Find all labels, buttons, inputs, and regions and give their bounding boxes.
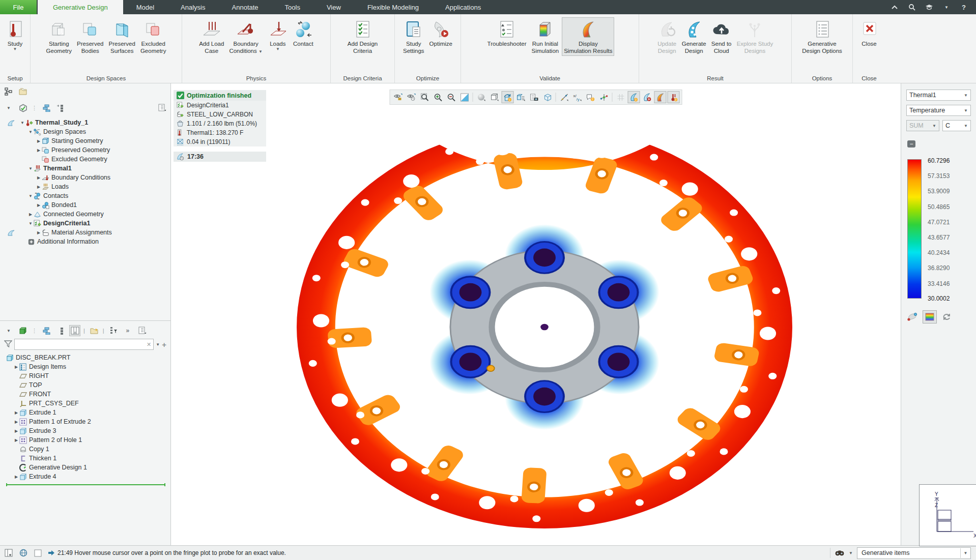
search-icon[interactable] — [908, 3, 916, 11]
tree-item-pattern-2[interactable]: ▶ Pattern 2 of Hole 1 — [1, 435, 170, 445]
tab-flexible-modeling[interactable]: Flexible Modeling — [354, 0, 432, 14]
expand-arrow-icon[interactable]: ▶ — [13, 365, 19, 369]
zoom-in-icon[interactable] — [432, 91, 444, 103]
tree-item-copy-1[interactable]: Copy 1 — [1, 445, 170, 454]
quantity-select[interactable]: Temperature▼ — [906, 105, 971, 116]
collapse-arrow-icon[interactable]: ▼ — [27, 221, 34, 226]
model-tree-tab-icon[interactable] — [3, 86, 14, 97]
probe-tool-button[interactable] — [905, 310, 920, 323]
annotations-display-icon[interactable]: 0 — [585, 91, 597, 103]
study-button[interactable]: Study ▼ — [4, 17, 26, 53]
tree-columns-icon[interactable] — [69, 325, 80, 336]
legend-display-button[interactable] — [923, 310, 937, 323]
tab-view[interactable]: View — [313, 0, 354, 14]
loads-dropdown-arrow[interactable]: ▼ — [276, 47, 280, 51]
display-simulation-results-button[interactable]: Display Simulation Results — [562, 17, 614, 56]
excluded-geometry-button[interactable]: Excluded Geometry — [138, 17, 168, 56]
tree-item-design-spaces[interactable]: ▼ Design Spaces — [1, 127, 170, 136]
tree-item-excluded-geometry[interactable]: Excluded Geometry — [1, 155, 170, 164]
visibility-history-icon[interactable] — [406, 91, 418, 103]
collapse-arrow-icon[interactable]: ▼ — [27, 130, 34, 134]
tree-item-additional-information[interactable]: Additional Information — [1, 237, 170, 246]
troubleshooter-button[interactable]: Troubleshooter — [485, 17, 529, 49]
expand-arrow-icon[interactable]: ▶ — [36, 230, 42, 235]
display-style-icon[interactable] — [489, 91, 501, 103]
add-load-case-button[interactable]: Add Load Case — [197, 17, 226, 56]
expand-arrow-icon[interactable]: ▶ — [13, 420, 19, 424]
tree-item-design-items[interactable]: ▶ Design Items — [1, 362, 170, 371]
expand-arrow-icon[interactable]: ▶ — [36, 148, 42, 153]
more-tools-icon[interactable]: » — [122, 325, 133, 336]
graphics-viewport[interactable]: 0 x//y 0 0 0 — [171, 83, 901, 545]
grid-toggle-icon[interactable] — [615, 91, 627, 103]
tree-insert-indicator[interactable] — [6, 484, 165, 485]
search-model-icon[interactable] — [835, 548, 845, 558]
tree-dropdown-arrow-icon[interactable]: ▼ — [3, 325, 14, 336]
tree-item-top-plane[interactable]: TOP — [1, 380, 170, 390]
tree-item-starting-geometry[interactable]: ▶ Starting Geometry — [1, 136, 170, 145]
probe-values-icon[interactable]: 0 — [668, 91, 680, 103]
run-initial-simulation-button[interactable]: Run Initial Simulation — [530, 17, 561, 56]
study-dropdown-arrow[interactable]: ▼ — [13, 47, 17, 51]
tree-item-designcriteria1[interactable]: ▼ DesignCriteria1 — [1, 219, 170, 228]
view-images-icon[interactable] — [528, 91, 540, 103]
refresh-study-icon[interactable] — [17, 102, 28, 113]
expand-arrow-icon[interactable]: ▶ — [27, 212, 34, 217]
tree-item-extrude-1[interactable]: ▶ Extrude 1 — [1, 408, 170, 417]
web-browser-icon[interactable] — [18, 548, 28, 558]
tab-tools[interactable]: Tools — [272, 0, 313, 14]
tree-item-thermal-study-1[interactable]: ▼ Thermal_Study_1 — [1, 118, 170, 127]
datum-tags-icon[interactable]: x//y — [571, 91, 584, 103]
collapse-tree-icon[interactable] — [55, 102, 66, 113]
tree-item-connected-geometry[interactable]: ▶ Connected Geometry — [1, 210, 170, 219]
search-dropdown-arrow-icon[interactable]: ▼ — [849, 551, 853, 555]
tree-dropdown-arrow-icon[interactable]: ▼ — [3, 102, 14, 113]
simulation-overlay-icon[interactable]: 0 — [628, 91, 640, 103]
expand-arrow-icon[interactable]: ▶ — [13, 438, 19, 443]
tree-item-loads[interactable]: ▶ Loads — [1, 182, 170, 191]
tree-item-bonded1[interactable]: ▶ Bonded1 — [1, 200, 170, 210]
tab-generative-design[interactable]: Generative Design — [38, 0, 123, 14]
panel-splitter[interactable] — [0, 320, 170, 321]
repaint-icon[interactable] — [458, 91, 471, 103]
contact-button[interactable]: Contact — [291, 17, 315, 49]
tree-settings-icon[interactable] — [136, 325, 148, 336]
named-views-icon[interactable] — [515, 91, 527, 103]
tree-item-thicken-1[interactable]: Thicken 1 — [1, 454, 170, 463]
tree-item-extrude-4[interactable]: ▶ Extrude 4 — [1, 472, 170, 481]
tree-item-thermal1[interactable]: ▼ Thermal1 — [1, 164, 170, 173]
collapse-arrow-icon[interactable]: ▼ — [27, 166, 34, 171]
refresh-results-button[interactable] — [940, 310, 954, 323]
tab-analysis[interactable]: Analysis — [167, 0, 218, 14]
tree-item-preserved-geometry[interactable]: ▶ Preserved Geometry — [1, 145, 170, 155]
expand-arrow-icon[interactable]: ▶ — [13, 429, 19, 433]
view-manager-icon[interactable] — [541, 91, 554, 103]
expand-arrow-icon[interactable]: ▶ — [13, 475, 19, 479]
tree-item-prt-csys-def[interactable]: PRT_CSYS_DEF — [1, 399, 170, 408]
tree-filter-input[interactable]: ✕ — [14, 339, 154, 350]
expand-arrow-icon[interactable]: ▶ — [36, 175, 42, 180]
chevron-down-icon[interactable]: ▼ — [942, 3, 951, 11]
study-select[interactable]: Thermal1▼ — [906, 90, 971, 101]
tree-item-generative-design-1[interactable]: Generative Design 1 — [1, 463, 170, 472]
generative-design-options-button[interactable]: Generative Design Options — [800, 17, 844, 56]
close-button[interactable]: Close — [858, 17, 880, 49]
command-locator-icon[interactable] — [925, 3, 933, 11]
study-settings-button[interactable]: Study Settings — [401, 17, 426, 56]
filter-dropdown-arrow-icon[interactable]: ▼ — [156, 342, 160, 347]
folder-browser-tab-icon[interactable] — [17, 86, 28, 97]
minimize-ribbon-icon[interactable] — [891, 3, 899, 11]
toggle-panel-icon[interactable] — [33, 548, 43, 558]
expand-arrow-icon[interactable]: ▶ — [36, 139, 42, 143]
boundary-conditions-dropdown-arrow[interactable]: ▼ — [259, 49, 263, 54]
loads-button[interactable]: Loads ▼ — [266, 17, 290, 53]
tree-item-root-part[interactable]: DISC_BREAK.PRT — [1, 353, 170, 362]
tree-item-material-assignments[interactable]: ▶ Material Assignments — [1, 228, 170, 237]
boundary-conditions-button[interactable]: Boundary Conditions ▼ — [227, 17, 264, 56]
expand-tree-icon[interactable] — [41, 102, 52, 113]
fringe-display-icon[interactable] — [654, 91, 667, 103]
tab-annotate[interactable]: Annotate — [219, 0, 272, 14]
zoom-out-icon[interactable] — [445, 91, 457, 103]
tree-item-right-plane[interactable]: RIGHT — [1, 371, 170, 380]
unit-select[interactable]: C▼ — [942, 120, 971, 131]
